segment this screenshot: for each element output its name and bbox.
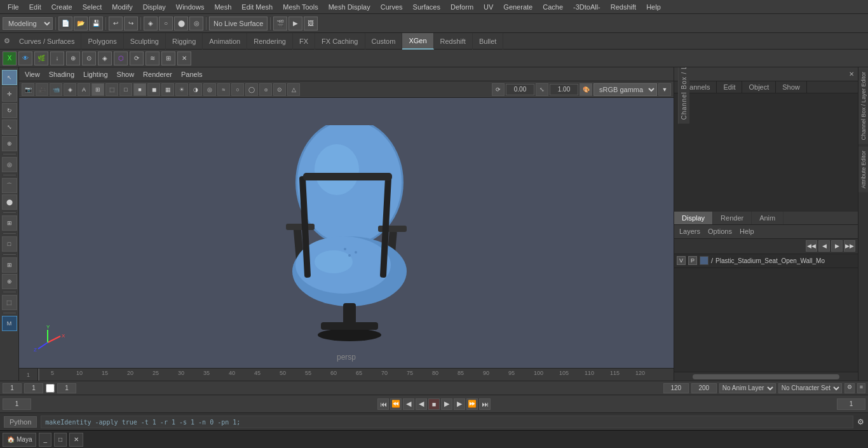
workspace-settings-icon[interactable]: ⚙ [1, 36, 13, 47]
window-task-btn-1[interactable]: 🏠 Maya [3, 433, 36, 447]
playback-end-field[interactable] [691, 383, 717, 393]
open-scene-btn[interactable]: 📂 [74, 17, 88, 31]
menu-3dtall[interactable]: -3DtoAll- [568, 2, 606, 12]
timeline-track[interactable]: 5101520253035404550556065707580859095100… [38, 369, 674, 381]
tab-custom[interactable]: Custom [365, 33, 403, 50]
play-fwd-btn[interactable]: ▶ [441, 398, 452, 410]
viewport-canvas[interactable]: X Y Z persp [19, 98, 674, 368]
vp-shading-btn[interactable]: □ [119, 83, 132, 96]
vp-aa-btn[interactable]: A [78, 83, 90, 96]
tab-fx[interactable]: FX [293, 33, 315, 50]
paint-btn[interactable]: ⬤ [174, 17, 188, 31]
vp-tex-btn[interactable]: ▦ [161, 83, 174, 96]
menu-mesh-tools[interactable]: Mesh Tools [278, 2, 323, 12]
menu-deform[interactable]: Deform [445, 2, 478, 12]
redo-btn[interactable]: ↪ [124, 17, 138, 31]
vp-wireframe-btn[interactable]: ⬚ [105, 83, 118, 96]
render-tab[interactable]: Render [713, 212, 752, 224]
playback-speed-field[interactable] [837, 398, 865, 410]
render-view-btn[interactable]: 🖼 [304, 17, 318, 31]
menu-file[interactable]: File [3, 2, 24, 12]
select-tool[interactable]: ↖ [2, 70, 17, 85]
menu-surfaces[interactable]: Surfaces [408, 2, 445, 12]
vp-hud-btn[interactable]: ◯ [245, 83, 258, 96]
timeline-ruler[interactable]: 1 51015202530354045505560657075808590951… [19, 368, 674, 381]
xgen-btn-6[interactable]: ⊙ [82, 51, 96, 65]
frame-start-field[interactable] [3, 383, 22, 393]
cb-close-icon[interactable]: ✕ [849, 71, 854, 78]
vp-motion-btn[interactable]: ≈ [217, 83, 230, 96]
xgen-btn-3[interactable]: 🌿 [34, 51, 48, 65]
marquee-select[interactable]: □ [2, 236, 17, 252]
xgen-btn-12[interactable]: ✕ [177, 51, 191, 65]
frame-val-field[interactable] [57, 383, 76, 393]
tab-curves-surfaces[interactable]: Curves / Surfaces [13, 33, 81, 50]
layer-tool-btn-3[interactable]: ▶ [831, 240, 843, 252]
tab-xgen[interactable]: XGen [402, 33, 433, 50]
layer-scrollbar[interactable] [674, 372, 858, 381]
vp-solid-btn[interactable]: ■ [133, 83, 146, 96]
cb-tab-show[interactable]: Show [776, 81, 807, 93]
menu-edit[interactable]: Edit [24, 2, 46, 12]
char-set-select[interactable]: No Character Set [778, 383, 842, 393]
window-minimize-btn[interactable]: _ [39, 433, 51, 447]
new-scene-btn[interactable]: 📄 [58, 17, 72, 31]
bottom-settings-btn[interactable]: ≡ [857, 383, 865, 393]
window-close-btn[interactable]: ✕ [69, 433, 83, 447]
tab-rendering[interactable]: Rendering [247, 33, 293, 50]
menu-redshift[interactable]: Redshift [606, 2, 641, 12]
menu-generate[interactable]: Generate [498, 2, 538, 12]
vp-smooth-btn[interactable]: ◼ [147, 83, 160, 96]
vp-menu-lighting[interactable]: Lighting [80, 70, 111, 79]
go-end-btn[interactable]: ⏭ [479, 398, 491, 410]
anim-layer-select[interactable]: No Anim Layer [719, 383, 776, 393]
play-back-btn[interactable]: ◀ [416, 398, 427, 410]
undo-btn[interactable]: ↩ [109, 17, 123, 31]
scale-tool[interactable]: ⤡ [2, 119, 17, 135]
layer-opt-layers[interactable]: Layers [677, 226, 703, 236]
layer-p-btn[interactable]: P [688, 256, 697, 265]
region-select[interactable]: ⬚ [2, 295, 17, 310]
vp-isolate-btn[interactable]: ◈ [64, 83, 76, 96]
layer-scroll-thumb[interactable] [693, 374, 839, 379]
vp-poly-btn[interactable]: △ [287, 83, 300, 96]
menu-help[interactable]: Help [641, 2, 666, 12]
menu-create[interactable]: Create [46, 2, 78, 12]
layer-item-0[interactable]: V P / Plastic_Stadium_Seat_Open_Wall_Mo [674, 254, 858, 268]
vp-colorspace-arrow[interactable]: ▼ [658, 83, 671, 96]
vp-grid-btn[interactable]: ⊞ [92, 83, 104, 96]
status-settings-icon[interactable]: ⚙ [857, 417, 864, 426]
cb-tab-object[interactable]: Object [742, 81, 776, 93]
tab-animation[interactable]: Animation [203, 33, 247, 50]
lasso-btn[interactable]: ○ [159, 17, 173, 31]
next-key-btn[interactable]: ⏩ [466, 398, 478, 410]
vp-colorspace-icon[interactable]: 🎨 [580, 83, 592, 96]
anim-end-field[interactable] [663, 383, 689, 393]
menu-select[interactable]: Select [78, 2, 107, 12]
tab-polygons[interactable]: Polygons [81, 33, 123, 50]
menu-mesh[interactable]: Mesh [209, 2, 236, 12]
layer-tool-btn-2[interactable]: ◀ [818, 240, 830, 252]
xgen-btn-8[interactable]: ⬡ [114, 51, 128, 65]
attr-editor-side-tab[interactable]: Attribute Editor [858, 147, 868, 193]
save-scene-btn[interactable]: 💾 [89, 17, 103, 31]
transform-tool[interactable]: ⊕ [2, 136, 17, 151]
display-tab[interactable]: Display [674, 212, 713, 224]
layer-tool-btn-1[interactable]: ◀◀ [806, 240, 817, 252]
menu-mesh-display[interactable]: Mesh Display [323, 2, 376, 12]
xgen-btn-10[interactable]: ≋ [146, 51, 159, 65]
xgen-btn-9[interactable]: ⟳ [130, 51, 144, 65]
menu-curves[interactable]: Curves [376, 2, 408, 12]
rotate-tool[interactable]: ↻ [2, 103, 17, 118]
tab-bullet[interactable]: Bullet [473, 33, 504, 50]
menu-display[interactable]: Display [138, 2, 171, 12]
vp-menu-view[interactable]: View [22, 70, 43, 79]
soft-mod-tool[interactable]: ◎ [2, 157, 17, 172]
snap-grid[interactable]: ⊞ [2, 257, 17, 273]
vp-menu-panels[interactable]: Panels [178, 70, 206, 79]
vp-xray-btn[interactable]: ⊙ [273, 83, 286, 96]
prev-key-btn[interactable]: ⏪ [390, 398, 402, 410]
paint-select[interactable]: ⬤ [2, 194, 17, 210]
layer-tool-btn-4[interactable]: ▶▶ [844, 240, 855, 252]
cb-side-label-vert[interactable]: Channel Box / Layer Editor [678, 67, 689, 125]
